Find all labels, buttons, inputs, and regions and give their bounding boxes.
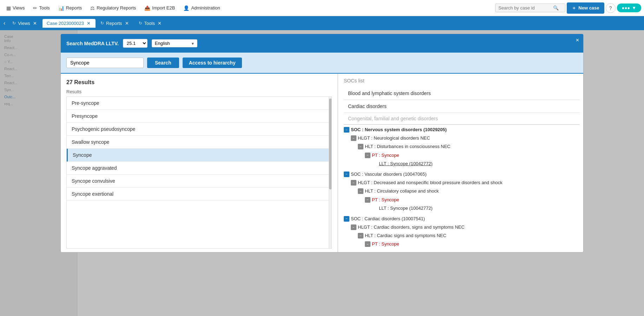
tree-node-syncope-llt-1[interactable]: LLT : Syncope (10042772) (344, 160, 578, 168)
top-navigation: ▦ Views ✏ Tools 📊 Reports ⚖ Regulatory R… (0, 0, 644, 16)
nav-reports[interactable]: 📊 Reports (55, 3, 86, 13)
soc-header-blood[interactable]: Blood and lymphatic system disorders (344, 87, 580, 100)
syncope-pt-1-label: PT : Syncope (372, 152, 399, 159)
tools-icon: ✏ (33, 5, 37, 11)
tab-views[interactable]: ↻ Views ✕ (8, 19, 41, 28)
search-button[interactable]: Search (147, 58, 179, 68)
tab-back-button[interactable]: ‹ (1, 20, 7, 26)
results-list[interactable]: Pre-syncope Presyncope Psychogenic pseud… (66, 96, 332, 249)
tab-reports[interactable]: ↻ Reports ✕ (96, 19, 134, 28)
tab-close-views[interactable]: ✕ (32, 21, 38, 26)
admin-icon: 👤 (183, 5, 189, 11)
results-label: Results (66, 89, 332, 94)
regulatory-icon: ⚖ (90, 5, 95, 11)
toggle-cardiac-hlgt[interactable]: − (351, 224, 356, 230)
version-select[interactable]: 25.1 25.0 24.1 (123, 39, 147, 48)
toggle-cardiac-hlt[interactable]: − (358, 233, 363, 238)
tree-node-nervous-soc[interactable]: − SOC : Nervous system disorders (100292… (344, 126, 578, 134)
language-select[interactable]: English French German Japanese (152, 39, 197, 47)
disturbances-hlt-label: HLT : Disturbances in consciousness NEC (365, 143, 451, 150)
main-content: CaseInfo React... Co-n... ○ Y... React..… (0, 30, 644, 316)
toggle-bp-hlgt[interactable]: − (351, 180, 356, 186)
toggle-syncope-pt-3[interactable]: − (365, 241, 370, 247)
toggle-vascular-soc[interactable]: − (344, 172, 349, 177)
result-item[interactable]: Syncope exertional (67, 188, 331, 201)
tab-bar: ‹ ↻ Views ✕ Case 2023000023 ✕ ↻ Reports … (0, 16, 644, 30)
nav-administration[interactable]: 👤 Administration (180, 3, 223, 13)
cardiac-hlgt-label: HLGT : Cardiac disorders, signs and symp… (358, 224, 465, 230)
socs-list-title: SOCs list (344, 78, 580, 83)
views-icon: ▦ (6, 5, 11, 11)
hierarchy-tree[interactable]: − SOC : Nervous system disorders (100292… (344, 126, 580, 249)
cardiac-soc-label: SOC : Cardiac disorders (10007541) (351, 216, 425, 222)
results-panel: 27 Results Results Pre-syncope Presyncop… (61, 74, 338, 252)
nav-regulatory-reports[interactable]: ⚖ Regulatory Reports (87, 3, 139, 13)
hierarchy-panel: SOCs list Blood and lymphatic system dis… (338, 74, 583, 252)
refresh-icon-tools: ↻ (139, 21, 142, 26)
modal-close-button[interactable]: ✕ (573, 36, 581, 44)
result-item[interactable]: Swallow syncope (67, 136, 331, 149)
result-item[interactable]: Syncope convulsive (67, 175, 331, 188)
toggle-syncope-pt-2[interactable]: − (365, 197, 370, 203)
result-item[interactable]: Pre-syncope (67, 97, 331, 110)
tab-close-reports[interactable]: ✕ (124, 21, 130, 26)
user-profile-button[interactable]: ●●● ▼ (617, 4, 641, 12)
tree-node-neuro-hlgt[interactable]: − HLGT : Neurological disorders NEC (344, 134, 578, 142)
refresh-icon-reports: ↻ (100, 21, 104, 26)
meddra-search-input[interactable] (66, 58, 144, 68)
tree-node-syncope-pt-2[interactable]: − PT : Syncope (344, 196, 578, 204)
tree-node-cardiac-hlt[interactable]: − HLT : Cardiac signs and symptoms NEC (344, 231, 578, 240)
help-button[interactable]: ? (606, 3, 616, 13)
plus-icon: ＋ (572, 5, 576, 11)
new-case-button[interactable]: ＋ New case (567, 2, 604, 14)
result-item[interactable]: Syncope aggravated (67, 162, 331, 175)
meddra-search-modal: ✕ Search MedDRA LLTV. 25.1 25.0 24.1 Eng… (60, 34, 584, 253)
toggle-cardiac-soc[interactable]: − (344, 216, 349, 222)
access-hierarchy-button[interactable]: Access to hierarchy (183, 58, 242, 68)
tab-close-case[interactable]: ✕ (86, 21, 91, 26)
tree-node-syncope-llt-2[interactable]: LLT : Syncope (10042772) (344, 204, 578, 213)
tree-node-disturbances-hlt[interactable]: − HLT : Disturbances in consciousness NE… (344, 142, 578, 151)
circulatory-hlt-label: HLT : Circulatory collapse and shock (365, 188, 439, 194)
syncope-pt-3-label: PT : Syncope (372, 241, 399, 247)
result-item-selected[interactable]: Syncope (67, 149, 331, 162)
result-item[interactable]: Presyncope (67, 110, 331, 123)
cardiac-hlt-label: HLT : Cardiac signs and symptoms NEC (365, 233, 446, 239)
syncope-llt-2-label: LLT : Syncope (10042772) (379, 205, 433, 211)
import-icon: 📤 (144, 5, 150, 11)
toggle-neuro-hlgt[interactable]: − (351, 135, 356, 141)
tree-node-vascular-soc[interactable]: − SOC : Vascular disorders (10047065) (344, 170, 578, 179)
tree-node-syncope-pt-1[interactable]: − PT : Syncope (344, 151, 578, 160)
bp-hlgt-label: HLGT : Decreased and nonspecific blood p… (358, 180, 502, 186)
nervous-soc-label: SOC : Nervous system disorders (10029205… (351, 127, 447, 133)
tree-node-circulatory-hlt[interactable]: − HLT : Circulatory collapse and shock (344, 187, 578, 195)
search-header: Search MedDRA LLTV. 25.1 25.0 24.1 Engli… (61, 34, 583, 53)
results-count: 27 Results (66, 79, 332, 86)
soc-header-congenital[interactable]: Congenital, familial and genetic disorde… (344, 113, 580, 125)
tree-node-syncope-pt-3[interactable]: − PT : Syncope (344, 240, 578, 248)
top-search-bar[interactable]: 🔍 (495, 4, 565, 12)
syncope-llt-1-label: LLT : Syncope (10042772) (379, 161, 433, 167)
tree-node-bp-hlgt[interactable]: − HLGT : Decreased and nonspecific blood… (344, 179, 578, 187)
tab-close-tools[interactable]: ✕ (157, 21, 162, 26)
case-search-input[interactable] (498, 5, 551, 11)
result-item[interactable]: Psychogenic pseudosyncope (67, 123, 331, 136)
toggle-circulatory-hlt[interactable]: − (358, 188, 363, 194)
nav-tools[interactable]: ✏ Tools (29, 3, 53, 13)
nav-views[interactable]: ▦ Views (3, 3, 28, 13)
vascular-soc-label: SOC : Vascular disorders (10047065) (351, 171, 427, 177)
toggle-syncope-pt-1[interactable]: − (365, 153, 370, 158)
tree-node-cardiac-hlgt[interactable]: − HLGT : Cardiac disorders, signs and sy… (344, 223, 578, 231)
toggle-disturbances-hlt[interactable]: − (358, 144, 363, 149)
soc-header-cardiac[interactable]: Cardiac disorders (344, 100, 580, 113)
search-header-label: Search MedDRA LLTV. (66, 41, 119, 46)
tree-node-cardiac-soc[interactable]: − SOC : Cardiac disorders (10007541) (344, 215, 578, 223)
nav-import-e2b[interactable]: 📤 Import E2B (141, 3, 178, 13)
modal-body: 27 Results Results Pre-syncope Presyncop… (61, 74, 583, 252)
refresh-icon-views: ↻ (12, 21, 16, 26)
tab-tools[interactable]: ↻ Tools ✕ (134, 19, 166, 28)
syncope-pt-2-label: PT : Syncope (372, 197, 399, 203)
tab-case[interactable]: Case 2023000023 ✕ (42, 19, 96, 28)
toggle-nervous-soc[interactable]: − (344, 127, 349, 133)
search-row: Search Access to hierarchy (61, 53, 583, 74)
